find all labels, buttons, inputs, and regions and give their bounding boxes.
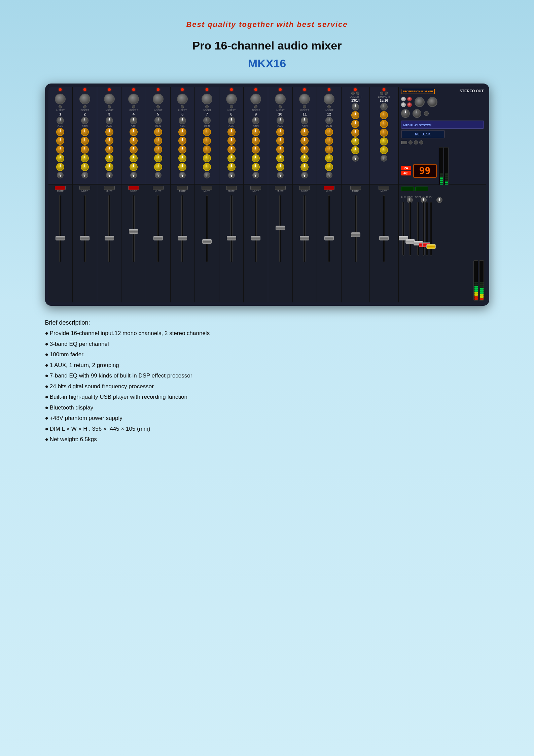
mute-btn-ch3[interactable] — [104, 186, 115, 190]
hi-ch8[interactable] — [227, 128, 236, 136]
mid-ch10[interactable] — [276, 137, 284, 145]
pan-ch8[interactable] — [228, 172, 235, 178]
mid-ch1314[interactable] — [351, 120, 359, 128]
low-ch4[interactable] — [130, 145, 138, 154]
ph-ch1[interactable] — [56, 163, 64, 171]
fader-handle-ch8[interactable] — [227, 236, 236, 240]
mid-ch1[interactable] — [56, 137, 64, 145]
hi-ch10[interactable] — [276, 128, 284, 136]
aux-ch8[interactable] — [227, 154, 236, 162]
ph-ch2[interactable] — [81, 163, 89, 171]
pan-ch12[interactable] — [326, 172, 332, 178]
ph-ch8[interactable] — [227, 163, 236, 171]
mid-ch8[interactable] — [227, 137, 236, 145]
mid-ch9[interactable] — [252, 137, 260, 145]
aux-ch1[interactable] — [56, 154, 64, 162]
ph-ch3[interactable] — [105, 163, 113, 171]
btn-play[interactable] — [414, 140, 418, 144]
aux-ch1314[interactable] — [351, 137, 359, 145]
fader-handle-ch4[interactable] — [129, 229, 138, 234]
mid-ch1516[interactable] — [380, 120, 388, 128]
hi-ch1314[interactable] — [351, 111, 359, 119]
gain-ch11[interactable] — [301, 117, 308, 124]
ph-ch11[interactable] — [300, 163, 309, 171]
hi-ch7[interactable] — [203, 128, 211, 136]
hi-ch5[interactable] — [154, 128, 162, 136]
pan-ch3[interactable] — [106, 172, 113, 178]
hi-ch6[interactable] — [178, 128, 186, 136]
fader-handle-ch7[interactable] — [202, 239, 212, 244]
ph-ch12[interactable] — [325, 163, 333, 171]
fader-handle-ch11[interactable] — [300, 236, 309, 240]
aux-ch5[interactable] — [154, 154, 162, 162]
pan-ch4[interactable] — [130, 172, 137, 178]
mid-ch5[interactable] — [154, 137, 162, 145]
st-btn[interactable] — [401, 187, 414, 191]
gain-ch3[interactable] — [106, 117, 113, 124]
aux-ch3[interactable] — [105, 154, 113, 162]
fader-handle-ch12[interactable] — [324, 236, 334, 240]
mute-btn-ch1[interactable] — [55, 186, 66, 190]
mid-ch6[interactable] — [178, 137, 186, 145]
hi-ch4[interactable] — [130, 128, 138, 136]
pan-ch5[interactable] — [155, 172, 162, 178]
mute-btn-ch11[interactable] — [299, 186, 310, 190]
pan-ch7[interactable] — [204, 172, 210, 178]
mute-btn-ch7[interactable] — [202, 186, 212, 190]
gain-ch1[interactable] — [57, 117, 64, 124]
gain-ch7[interactable] — [203, 117, 211, 124]
low-ch5[interactable] — [154, 145, 162, 154]
aux-ch9[interactable] — [252, 154, 260, 162]
low-ch1[interactable] — [56, 145, 64, 154]
mid-ch2[interactable] — [81, 137, 89, 145]
fx-btn[interactable] — [415, 187, 428, 191]
low-ch10[interactable] — [276, 145, 284, 154]
aux-ch11[interactable] — [300, 154, 309, 162]
mute-btn-ch9[interactable] — [250, 186, 261, 190]
low-ch8[interactable] — [227, 145, 236, 154]
gain-ch6[interactable] — [179, 117, 186, 124]
ph-ch10[interactable] — [276, 163, 284, 171]
ph-ch9[interactable] — [252, 163, 260, 171]
gain-ch1516[interactable] — [380, 103, 388, 110]
mute-btn-ch1516[interactable] — [379, 186, 389, 190]
mid-ch4[interactable] — [130, 137, 138, 145]
aux-ch1516[interactable] — [380, 137, 388, 145]
hi-ch1[interactable] — [56, 128, 64, 136]
mute-btn-ch1314[interactable] — [350, 186, 361, 190]
gain-ch12[interactable] — [325, 117, 333, 124]
btn-next[interactable] — [419, 140, 423, 144]
hi-ch2[interactable] — [81, 128, 89, 136]
hi-ch11[interactable] — [300, 128, 309, 136]
low-ch9[interactable] — [252, 145, 260, 154]
pan-ch6[interactable] — [179, 172, 186, 178]
mid-ch11[interactable] — [300, 137, 309, 145]
mid-ch3[interactable] — [105, 137, 113, 145]
pan-ch1314[interactable] — [352, 155, 359, 162]
fader-handle-ch5[interactable] — [153, 236, 163, 240]
mute-btn-ch8[interactable] — [226, 186, 237, 190]
low-ch11[interactable] — [300, 145, 309, 154]
fader-handle-ch3[interactable] — [105, 236, 114, 240]
ph-ch1314[interactable] — [351, 146, 359, 154]
gain-ch1314[interactable] — [352, 103, 359, 110]
fader-handle-ch10[interactable] — [276, 226, 285, 230]
dsp-knob3[interactable] — [436, 197, 442, 203]
btn-prev[interactable] — [408, 140, 413, 144]
pan-ch1[interactable] — [57, 172, 64, 178]
low-ch12[interactable] — [325, 145, 333, 154]
aux-ch10[interactable] — [276, 154, 284, 162]
low-ch1314[interactable] — [351, 129, 359, 137]
ph-ch1516[interactable] — [380, 146, 388, 154]
fader-handle-ch2[interactable] — [80, 236, 90, 240]
pan-ch11[interactable] — [301, 172, 308, 178]
gain-ch2[interactable] — [81, 117, 88, 124]
gain-ch5[interactable] — [154, 117, 162, 124]
mute-btn-ch5[interactable] — [153, 186, 164, 190]
mid-ch12[interactable] — [325, 137, 333, 145]
ph-ch7[interactable] — [203, 163, 211, 171]
gain-ch4[interactable] — [130, 117, 137, 124]
fader-handle-ch1516[interactable] — [379, 236, 389, 240]
gain-ch9[interactable] — [252, 117, 259, 124]
mute-btn-ch12[interactable] — [324, 186, 334, 190]
